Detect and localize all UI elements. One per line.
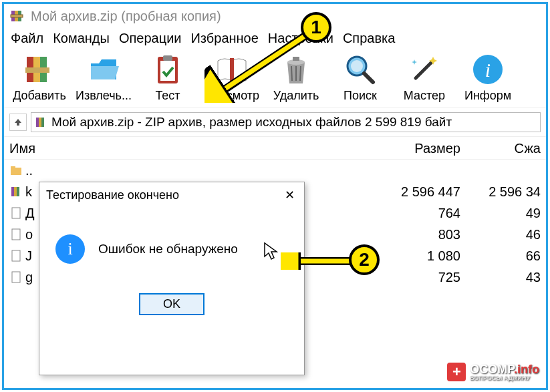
mouse-cursor-icon [263,242,278,260]
watermark-brand: OCOMP [470,363,514,376]
file-packed: 2 596 34 [474,184,541,200]
file-name: k [25,184,32,200]
file-name: J [25,248,32,264]
file-size: 803 [374,227,474,242]
file-icon [9,249,23,262]
file-icon [9,206,23,220]
callout-arrow-2 [281,252,354,270]
svg-rect-25 [41,118,44,127]
toolbar-extract-label: Извлечь... [76,89,132,103]
menu-file[interactable]: Файл [11,31,43,46]
titlebar: Мой архив.zip (пробная копия) [4,4,546,27]
svg-line-19 [364,73,373,82]
wand-icon [406,51,442,87]
watermark-plus-icon: + [447,363,466,381]
toolbar-info-label: Информ [464,89,511,103]
svg-point-18 [351,60,363,72]
menu-operations[interactable]: Операции [119,31,182,46]
svg-rect-23 [36,118,39,127]
test-complete-dialog: Тестирование окончено ✕ i Ошибок не обна… [39,182,305,375]
svg-rect-10 [163,55,172,61]
file-name: Д [25,206,35,221]
toolbar-test[interactable]: Тест [138,51,198,103]
svg-rect-3 [11,15,23,17]
file-icon [9,270,23,284]
file-size: 1 080 [374,248,474,264]
svg-rect-24 [39,118,41,127]
svg-rect-7 [25,67,49,73]
watermark: + OCOMP.info ВОПРОСЫ АДМИНУ [447,363,539,381]
svg-line-36 [218,36,305,93]
watermark-suffix: .info [514,363,539,376]
svg-rect-31 [12,208,20,218]
column-size[interactable]: Размер [374,141,474,156]
svg-rect-28 [11,187,14,196]
file-packed: 66 [474,248,541,264]
file-name: .. [25,163,33,178]
svg-text:i: i [485,59,491,81]
app-icon [9,8,25,24]
toolbar-info[interactable]: i Информ [458,51,517,103]
toolbar-add-label: Добавить [13,89,66,103]
file-name: g [25,270,33,285]
toolbar-find-label: Поиск [343,89,377,103]
column-name[interactable]: Имя [9,141,374,156]
menu-help[interactable]: Справка [343,31,395,46]
watermark-sub: ВОПРОСЫ АДМИНУ [470,375,539,381]
callout-marker-2: 2 [349,244,380,275]
file-name: o [25,227,33,242]
svg-rect-9 [160,61,175,81]
ok-button[interactable]: OK [139,293,204,315]
address-text: Мой архив.zip - ZIP архив, размер исходн… [51,115,452,130]
svg-rect-34 [12,272,20,282]
svg-rect-29 [14,187,17,196]
magnifier-icon [342,51,378,87]
up-arrow-icon [13,118,23,127]
svg-rect-30 [17,187,19,196]
svg-rect-27 [11,166,15,169]
file-size: 725 [374,270,474,285]
file-packed: 43 [474,270,541,285]
folder-up-icon [9,164,23,177]
info-icon: i [470,51,506,87]
books-stack-icon [21,51,57,87]
file-size: 2 596 447 [374,184,474,200]
toolbar-wizard[interactable]: Мастер [394,51,454,103]
svg-rect-32 [12,229,20,240]
svg-line-20 [416,61,433,78]
dialog-message: Ошибок не обнаружено [98,242,238,256]
toolbar-extract[interactable]: Извлечь... [74,51,134,103]
file-icon [9,228,23,241]
file-list-header: Имя Размер Сжа [4,137,546,160]
svg-rect-33 [12,250,20,261]
file-size: 764 [374,206,474,221]
dialog-title: Тестирование окончено [46,188,179,202]
file-packed: 49 [474,206,541,221]
toolbar-add[interactable]: Добавить [9,51,70,103]
address-bar: Мой архив.zip - ZIP архив, размер исходн… [4,108,546,137]
clipboard-check-icon [150,51,186,87]
file-packed: 46 [474,227,541,242]
menu-commands[interactable]: Команды [53,31,110,46]
info-circle-icon: i [55,234,85,264]
up-button[interactable] [9,114,27,131]
callout-marker-1: 1 [301,12,331,43]
folder-open-icon [86,51,122,87]
archive-icon [34,116,47,129]
archive-file-icon [9,185,23,198]
toolbar-test-label: Тест [155,89,180,103]
address-box[interactable]: Мой архив.zip - ZIP архив, размер исходн… [31,112,541,132]
list-item[interactable]: .. [4,160,546,181]
dialog-close-button[interactable]: ✕ [282,188,297,202]
toolbar-find[interactable]: Поиск [330,51,390,103]
column-packed[interactable]: Сжа [474,141,541,156]
callout-arrow-1 [204,29,311,103]
toolbar-wizard-label: Мастер [404,89,445,103]
window-title: Мой архив.zip (пробная копия) [31,9,221,24]
